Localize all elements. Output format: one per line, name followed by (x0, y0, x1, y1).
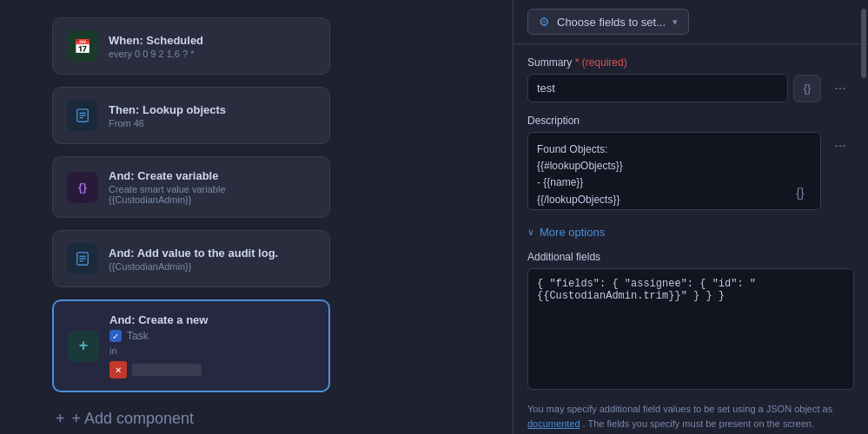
task-checkbox: ✓ (109, 330, 122, 342)
summary-label-text: Summary (527, 56, 572, 69)
gear-icon: ⚙ (539, 15, 550, 29)
chevron-down-icon: ▾ (673, 16, 678, 28)
node-variable-subtitle: Create smart value variable {{CustodianA… (109, 184, 226, 205)
additional-fields-label: Additional fields (527, 251, 854, 263)
chevron-left-icon: ∨ (527, 227, 534, 238)
img-bar (132, 364, 202, 376)
additional-fields-input[interactable]: { "fields": { "assignee": { "id": "{{Cus… (527, 268, 854, 390)
variable-icon: {} (67, 172, 98, 203)
node-scheduled-text: When: Scheduled every 0 0 9 2 1,6 ? * (109, 34, 203, 59)
lookup-icon (67, 100, 98, 131)
node-audit-title: And: Add value to the audit log. (109, 247, 278, 260)
summary-field-group: Summary * (required) {} ··· (527, 56, 854, 102)
footer-link[interactable]: documented (527, 418, 580, 429)
description-label: Description (527, 115, 854, 127)
node-audit-subtitle: {{CustodianAdmin}} (109, 261, 278, 272)
scheduled-icon: 📅 (67, 30, 98, 62)
create-icon: + (68, 331, 99, 362)
description-more-btn[interactable]: ··· (826, 132, 854, 160)
task-check: ✓ Task (109, 330, 208, 342)
description-label-text: Description (527, 115, 580, 127)
audit-icon (67, 243, 98, 274)
node-lookup-subtitle: From 46 (109, 118, 226, 128)
right-header: ⚙ Choose fields to set... ▾ (514, 0, 868, 44)
node-create-title: And: Create a new (109, 313, 208, 326)
description-braces-btn[interactable]: {} (786, 179, 814, 207)
flow-nodes: 📅 When: Scheduled every 0 0 9 2 1,6 ? * … (52, 17, 330, 428)
summary-required: * (required) (575, 56, 627, 69)
summary-input-row: {} ··· (527, 74, 854, 102)
task-label: Task (127, 330, 149, 342)
summary-input[interactable] (527, 74, 788, 102)
node-scheduled[interactable]: 📅 When: Scheduled every 0 0 9 2 1,6 ? * (52, 17, 330, 75)
image-placeholder: ✕ (109, 361, 208, 378)
footer-note: You may specify additional field values … (527, 402, 854, 434)
img-icon: ✕ (109, 361, 127, 378)
summary-label: Summary * (required) (527, 56, 854, 69)
node-scheduled-subtitle: every 0 0 9 2 1,6 ? * (109, 49, 203, 59)
additional-fields-group: Additional fields { "fields": { "assigne… (527, 251, 854, 390)
add-component-btn[interactable]: + + Add component (52, 410, 330, 428)
footer-note-prefix: You may specify additional field values … (527, 404, 832, 414)
node-create-inner: And: Create a new ✓ Task in ✕ (109, 313, 208, 378)
node-lookup-title: Then: Lookup objects (109, 103, 226, 116)
right-body: Summary * (required) {} ··· Description … (514, 44, 868, 434)
more-options-row[interactable]: ∨ More options (527, 226, 854, 239)
node-lookup[interactable]: Then: Lookup objects From 46 (52, 87, 330, 144)
in-label: in (109, 345, 208, 356)
node-audit[interactable]: And: Add value to the audit log. {{Custo… (52, 230, 330, 287)
flow-panel: 📅 When: Scheduled every 0 0 9 2 1,6 ? * … (0, 0, 513, 434)
more-options-label: More options (540, 226, 605, 239)
summary-more-btn[interactable]: ··· (826, 75, 854, 102)
add-component-label: + Add component (72, 410, 195, 428)
add-component-icon: + (56, 410, 65, 428)
description-textarea[interactable]: Found Objects: {{#lookupObjects}} - {{na… (527, 132, 821, 210)
node-scheduled-title: When: Scheduled (109, 34, 203, 47)
right-panel: ⚙ Choose fields to set... ▾ Summary * (r… (513, 0, 868, 434)
scroll-indicator (861, 9, 866, 78)
node-variable-text: And: Create variable Create smart value … (109, 169, 226, 205)
summary-braces-btn[interactable]: {} (793, 75, 821, 102)
node-create[interactable]: + And: Create a new ✓ Task in ✕ (52, 299, 330, 392)
node-lookup-text: Then: Lookup objects From 46 (109, 103, 226, 128)
description-field-group: Description Found Objects: {{#lookupObje… (527, 115, 854, 214)
choose-fields-btn[interactable]: ⚙ Choose fields to set... ▾ (527, 9, 689, 35)
footer-note-suffix: . The fields you specify must be present… (583, 418, 814, 429)
choose-fields-label: Choose fields to set... (557, 16, 666, 29)
node-variable[interactable]: {} And: Create variable Create smart val… (52, 156, 330, 218)
node-variable-title: And: Create variable (109, 169, 226, 182)
node-audit-text: And: Add value to the audit log. {{Custo… (109, 247, 278, 272)
